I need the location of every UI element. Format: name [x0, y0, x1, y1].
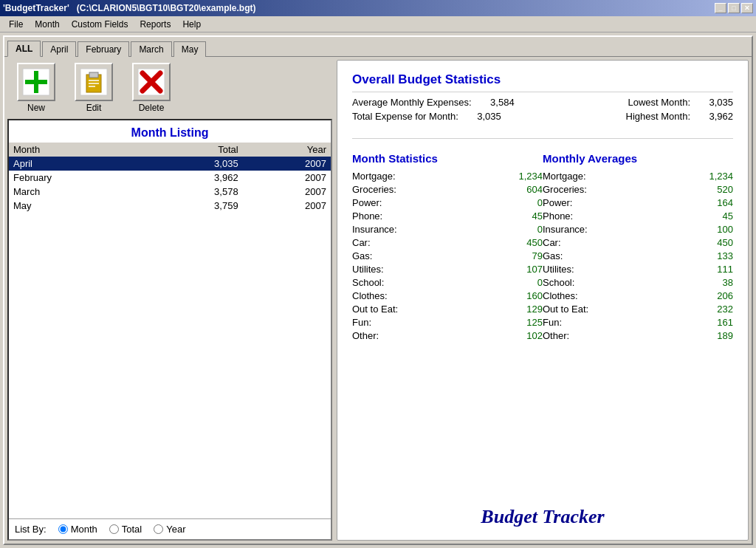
radio-month-input[interactable] — [58, 524, 68, 534]
cell-year: 2007 — [243, 185, 331, 199]
stat-line-label: Other: — [352, 330, 379, 341]
main-window: ALL April February March May — [3, 35, 753, 545]
list-by-label: List By: — [15, 524, 47, 535]
avg-monthly-label: Average Monthly Expenses: — [352, 97, 472, 108]
table-row[interactable]: February3,9622007 — [9, 171, 331, 185]
stat-line-label: Insurance: — [352, 224, 397, 235]
stat-line-label: Gas: — [543, 250, 563, 261]
stat-line-label: Mortgage: — [352, 171, 396, 182]
table-row[interactable]: April3,0352007 — [9, 157, 331, 171]
stat-line: Fun:161 — [543, 317, 733, 328]
stat-line: Other:189 — [543, 330, 733, 341]
tab-april[interactable]: April — [42, 41, 76, 57]
tab-march[interactable]: March — [131, 41, 171, 57]
stat-line-label: Groceries: — [352, 184, 396, 195]
stat-line-label: School: — [543, 277, 574, 288]
stat-line: Gas:133 — [543, 250, 733, 261]
stat-line: Car:450 — [352, 237, 543, 248]
stat-line-label: Phone: — [352, 210, 382, 222]
lowest-month-stat: Lowest Month: 3,035 — [628, 97, 733, 108]
menubar: File Month Custom Fields Reports Help — [0, 16, 756, 32]
stat-line-value: 129 — [506, 304, 543, 315]
cell-month: May — [9, 199, 147, 213]
radio-year-input[interactable] — [154, 524, 163, 534]
col-total: Total — [147, 143, 243, 157]
two-col-stats: Month Statistics Mortgage:1,234Groceries… — [352, 152, 733, 343]
monthly-averages-title: Monthly Averages — [543, 152, 733, 165]
cell-year: 2007 — [243, 171, 331, 185]
cell-year: 2007 — [243, 199, 331, 213]
tab-may[interactable]: May — [173, 41, 207, 57]
stat-line-value: 111 — [696, 264, 733, 275]
tab-all[interactable]: ALL — [7, 41, 41, 57]
tab-february[interactable]: February — [78, 41, 129, 57]
radio-month[interactable]: Month — [58, 524, 97, 535]
stat-line: School:0 — [352, 277, 543, 288]
radio-total-input[interactable] — [109, 524, 119, 534]
stat-line: Out to Eat:129 — [352, 304, 543, 315]
stat-line-label: School: — [352, 277, 384, 288]
stat-line: Mortgage:1,234 — [543, 171, 733, 182]
stat-line: Phone:45 — [352, 210, 543, 222]
col-month: Month — [9, 143, 147, 157]
highest-month-value: 3,962 — [696, 111, 733, 122]
menu-custom-fields[interactable]: Custom Fields — [66, 18, 134, 31]
svg-rect-2 — [34, 71, 38, 93]
stat-line: Car:450 — [543, 237, 733, 248]
radio-total[interactable]: Total — [109, 524, 142, 535]
radio-year-label: Year — [166, 524, 185, 535]
stat-line-value: 1,234 — [696, 171, 733, 182]
stat-line-value: 45 — [506, 210, 543, 222]
stat-line: School:38 — [543, 277, 733, 288]
stat-line-value: 0 — [506, 277, 543, 288]
stat-line-value: 161 — [696, 317, 733, 328]
stat-line: Mortgage:1,234 — [352, 171, 543, 182]
tabs: ALL April February March May — [4, 37, 752, 56]
stat-line-value: 102 — [506, 330, 543, 341]
stat-line-value: 206 — [696, 290, 733, 301]
table-row[interactable]: March3,5782007 — [9, 185, 331, 199]
stat-line-label: Fun: — [543, 317, 562, 328]
monthly-avg-items: Mortgage:1,234Groceries:520Power:164Phon… — [543, 171, 733, 341]
close-button[interactable]: ✕ — [741, 3, 753, 13]
titlebar-text: 'BudgetTracker' (C:\CLARION5\BGT10\BGT20… — [3, 3, 255, 13]
stat-line-value: 520 — [696, 184, 733, 195]
radio-year[interactable]: Year — [154, 524, 185, 535]
highest-month-stat: Highest Month: 3,962 — [626, 111, 733, 122]
stat-line-value: 232 — [696, 304, 733, 315]
stat-line-value: 189 — [696, 330, 733, 341]
stat-line: Insurance:0 — [352, 224, 543, 235]
menu-month[interactable]: Month — [29, 18, 65, 31]
stat-line-label: Power: — [352, 197, 382, 208]
stat-line-label: Clothes: — [543, 290, 578, 301]
stat-line-label: Gas: — [352, 250, 372, 261]
edit-label: Edit — [86, 103, 102, 113]
total-expense-value: 3,035 — [464, 111, 501, 122]
stat-line-value: 164 — [696, 197, 733, 208]
stat-line: Out to Eat:232 — [543, 304, 733, 315]
table-row[interactable]: May3,7592007 — [9, 199, 331, 213]
minimize-button[interactable]: _ — [715, 3, 726, 13]
new-icon — [17, 63, 55, 101]
edit-button[interactable]: Edit — [68, 63, 120, 113]
menu-reports[interactable]: Reports — [134, 18, 176, 31]
stat-line-label: Other: — [543, 330, 569, 341]
month-tbody: April3,0352007February3,9622007March3,57… — [9, 157, 331, 213]
stat-line-label: Car: — [352, 237, 371, 248]
delete-button[interactable]: Delete — [126, 63, 177, 113]
delete-icon — [132, 63, 171, 101]
cell-total: 3,035 — [147, 157, 243, 171]
menu-help[interactable]: Help — [176, 18, 207, 31]
col-year: Year — [243, 143, 331, 157]
overall-section: Overall Budget Statistics Average Monthl… — [352, 72, 733, 125]
restore-button[interactable]: □ — [728, 3, 740, 13]
stat-line: Groceries:604 — [352, 184, 543, 195]
stat-line-value: 0 — [506, 197, 543, 208]
new-button[interactable]: New — [10, 63, 62, 113]
stat-line: Power:0 — [352, 197, 543, 208]
stat-line-label: Insurance: — [543, 224, 588, 235]
overall-stats-row1: Average Monthly Expenses: 3,584 Lowest M… — [352, 97, 733, 108]
stat-line: Groceries:520 — [543, 184, 733, 195]
menu-file[interactable]: File — [3, 18, 29, 31]
cell-total: 3,962 — [147, 171, 243, 185]
